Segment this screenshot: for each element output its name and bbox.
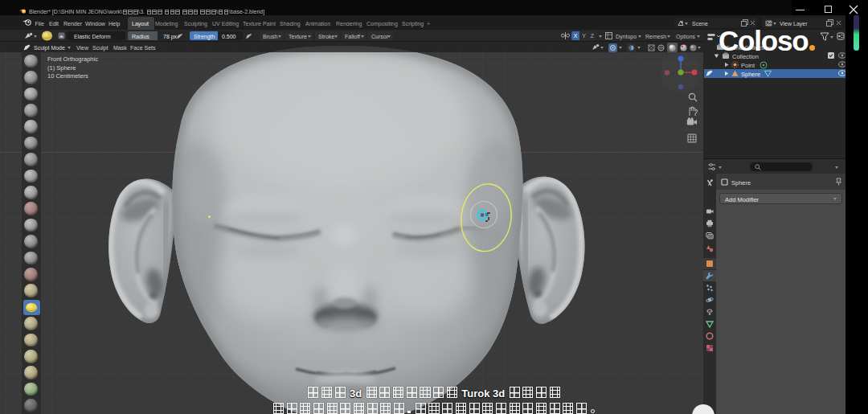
svg-text:M: M: [485, 213, 489, 217]
